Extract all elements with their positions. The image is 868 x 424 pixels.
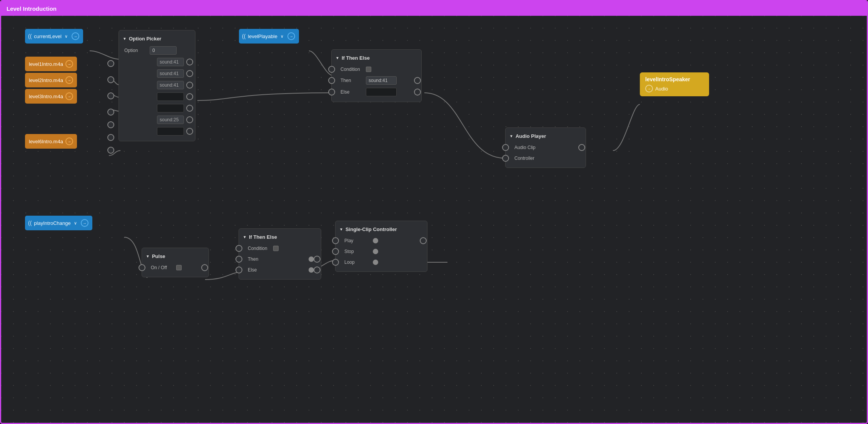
wave-icon: (( — [28, 33, 32, 39]
option-box-3[interactable]: sound:41 — [157, 81, 184, 89]
level-playable-label: levelPlayable — [248, 34, 277, 39]
level3-intro-label: level3Intro.m4a — [29, 94, 63, 99]
b-condition-checkbox[interactable] — [273, 246, 279, 251]
option-row: Option 0 — [119, 45, 195, 56]
port-out-op3[interactable] — [186, 82, 193, 89]
port-in-7 — [111, 147, 114, 154]
play-intro-change-label: playIntroChange — [34, 220, 70, 226]
else-value[interactable] — [366, 88, 397, 96]
title-bar: Level Introduction — [1, 1, 867, 16]
port-in-then[interactable] — [328, 77, 335, 84]
condition-checkbox[interactable] — [366, 67, 371, 72]
port-out-op7[interactable] — [186, 128, 193, 135]
port-out-op4[interactable] — [186, 93, 193, 100]
level-intro-speaker-node[interactable]: levelIntroSpeaker → Audio — [640, 72, 709, 96]
if-then-else-top-node: ▼ If Then Else Condition Then sound:41 E… — [331, 49, 422, 102]
level6-intro-node[interactable]: level6Intro.m4a → — [25, 134, 77, 149]
scc-loop-row: Loop — [336, 257, 427, 268]
option-box-1[interactable]: sound:41 — [157, 58, 184, 66]
port-out-op6[interactable] — [186, 116, 193, 123]
audio-player-title: ▼ Audio Player — [506, 132, 586, 142]
if-then-else-bottom-node: ▼ If Then Else Condition Then Else — [239, 228, 321, 280]
port-in-b-else[interactable] — [235, 266, 242, 273]
port-out[interactable]: → — [72, 32, 79, 40]
level-playable-node[interactable]: (( levelPlayable ∨ → — [239, 29, 299, 44]
then-label: Then — [341, 78, 364, 83]
ite-else-row: Else — [332, 86, 421, 98]
current-level-node[interactable]: (( currentLevel ∨ → — [25, 29, 83, 44]
option-box-7[interactable] — [157, 127, 184, 136]
option-row-6: sound:25 — [119, 114, 195, 126]
port-in-4 — [111, 109, 114, 116]
port-in-pulse[interactable] — [139, 264, 145, 271]
ite-b-condition-row: Condition — [239, 243, 321, 254]
on-off-checkbox[interactable] — [176, 265, 182, 270]
level1-intro-node[interactable]: level1Intro.m4a → — [25, 57, 77, 71]
level2-intro-label: level2Intro.m4a — [29, 77, 63, 83]
port-out-pic[interactable]: → — [81, 219, 88, 227]
port-in-loop[interactable] — [332, 259, 339, 266]
scc-label: Single-Clip Controller — [346, 226, 397, 232]
port-out-audio-clip[interactable] — [578, 144, 585, 151]
b-then-label: Then — [248, 256, 271, 262]
level-intro-speaker-sub: Audio — [655, 86, 668, 92]
port-out-then[interactable] — [414, 77, 421, 84]
port-out-level1[interactable]: → — [65, 60, 73, 68]
port-out-scc[interactable] — [420, 237, 427, 244]
option-box-2[interactable]: sound:41 — [157, 69, 184, 78]
port-in-level1 — [111, 60, 114, 67]
triangle-pulse: ▼ — [146, 254, 150, 258]
port-in-controller[interactable] — [502, 155, 509, 162]
port-in-condition[interactable] — [328, 66, 335, 73]
play-intro-change-node[interactable]: (( playIntroChange ∨ → — [25, 216, 92, 230]
port-in-play[interactable] — [332, 237, 339, 244]
port-in-b-then[interactable] — [235, 256, 242, 263]
port-out-op2[interactable] — [186, 70, 193, 77]
port-out-level3[interactable]: → — [65, 92, 73, 100]
port-out-op5[interactable] — [186, 105, 193, 112]
wave-icon-lp: (( — [242, 33, 245, 39]
pulse-label: Pulse — [152, 253, 165, 259]
port-dot-stop — [373, 249, 378, 254]
port-out-pulse[interactable] — [201, 264, 208, 271]
option-box-5[interactable] — [157, 104, 184, 112]
scc-title: ▼ Single-Clip Controller — [336, 225, 427, 235]
port-out-level2[interactable]: → — [65, 76, 73, 84]
port-in-6 — [111, 134, 114, 141]
then-value[interactable]: sound:41 — [366, 76, 397, 85]
port-in-stop[interactable] — [332, 248, 339, 255]
port-in-yellow[interactable]: → — [645, 85, 653, 92]
option-label: Option — [124, 48, 147, 53]
port-out-lp[interactable]: → — [287, 32, 295, 40]
pulse-title: ▼ Pulse — [142, 252, 209, 262]
option-box-4[interactable] — [157, 92, 184, 101]
option-row-2: sound:41 — [119, 68, 195, 79]
triangle-icon: ▼ — [123, 37, 127, 41]
option-row-1: sound:41 — [119, 56, 195, 68]
ite-bottom-title: ▼ If Then Else — [239, 233, 321, 243]
port-out-else[interactable] — [414, 89, 421, 96]
port-out-b-else[interactable] — [314, 266, 320, 273]
port-out-level6[interactable]: → — [65, 137, 73, 145]
port-out-op1[interactable] — [186, 59, 193, 65]
port-in-b-condition[interactable] — [235, 245, 242, 252]
port-in-audio-clip[interactable] — [502, 144, 509, 151]
pulse-node: ▼ Pulse On / Off — [142, 248, 209, 277]
level3-intro-node[interactable]: level3Intro.m4a → — [25, 89, 77, 104]
level2-intro-node[interactable]: level2Intro.m4a → — [25, 73, 77, 87]
loop-label: Loop — [344, 260, 367, 265]
option-box-6[interactable]: sound:25 — [157, 116, 184, 124]
port-out-b-then[interactable] — [314, 256, 320, 263]
port-in-else[interactable] — [328, 89, 335, 96]
ite-then-row: Then sound:41 — [332, 75, 421, 86]
port-in-5 — [111, 121, 114, 128]
option-row-4 — [119, 91, 195, 102]
title-text: Level Introduction — [7, 5, 57, 12]
option-picker-node: ▼ Option Picker Option 0 sound:41 sound:… — [119, 30, 195, 141]
option-value[interactable]: 0 — [150, 46, 177, 55]
controller-row: Controller — [506, 153, 586, 164]
port-dot-then — [309, 256, 314, 262]
port-in-level3 — [111, 92, 114, 99]
condition-label: Condition — [341, 67, 364, 72]
single-clip-controller-node: ▼ Single-Clip Controller Play Stop Loop — [335, 221, 427, 272]
